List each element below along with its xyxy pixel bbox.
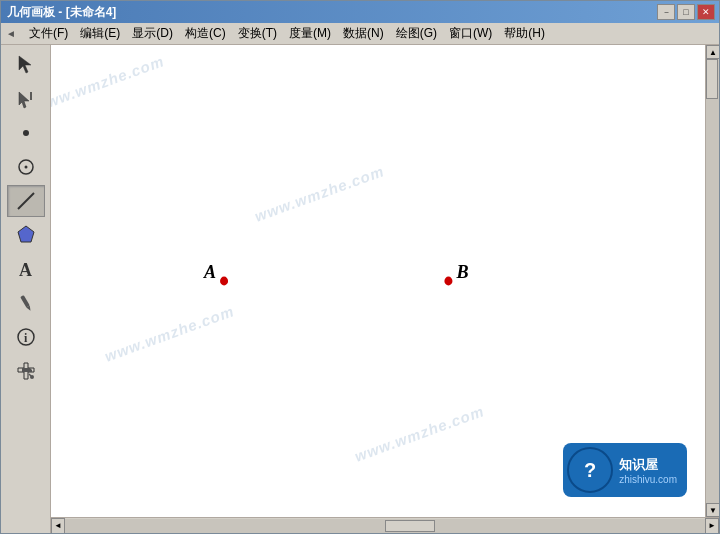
info-tool-button[interactable]: i xyxy=(7,321,45,353)
svg-line-6 xyxy=(18,193,34,209)
scroll-left-button[interactable]: ◄ xyxy=(51,518,65,534)
scroll-right-button[interactable]: ► xyxy=(705,518,719,534)
scroll-up-button[interactable]: ▲ xyxy=(706,45,719,59)
menu-window[interactable]: 窗口(W) xyxy=(443,23,498,44)
restore-button[interactable]: □ xyxy=(677,4,695,20)
minimize-button[interactable]: － xyxy=(657,4,675,20)
title-bar: 几何画板 - [未命名4] － □ ✕ xyxy=(1,1,719,23)
bottom-scrollbar: ◄ ► xyxy=(51,517,719,533)
svg-point-19 xyxy=(444,277,452,286)
scroll-thumb-bottom[interactable] xyxy=(385,520,435,532)
svg-text:A: A xyxy=(19,260,32,280)
toolbar: A i xyxy=(1,45,51,533)
marker-tool-button[interactable] xyxy=(7,287,45,319)
svg-marker-7 xyxy=(18,226,34,242)
text-tool-button[interactable]: A xyxy=(7,253,45,285)
pointer-icon xyxy=(15,54,37,76)
menu-transform[interactable]: 变换(T) xyxy=(232,23,283,44)
menu-help[interactable]: 帮助(H) xyxy=(498,23,551,44)
svg-text:B: B xyxy=(456,260,469,282)
svg-marker-0 xyxy=(19,56,31,73)
scroll-down-button[interactable]: ▼ xyxy=(706,503,719,517)
menu-display[interactable]: 显示(D) xyxy=(126,23,179,44)
point-tool-button[interactable] xyxy=(7,117,45,149)
svg-text:i: i xyxy=(24,331,28,345)
custom-tool-button[interactable] xyxy=(7,355,45,387)
info-icon: i xyxy=(15,326,37,348)
marker-icon xyxy=(15,292,37,314)
menu-edit[interactable]: 编辑(E) xyxy=(74,23,126,44)
right-scrollbar: ▲ ▼ xyxy=(705,45,719,517)
menu-measure[interactable]: 度量(M) xyxy=(283,23,337,44)
badge-icon: ? xyxy=(567,447,613,493)
compass-icon xyxy=(15,156,37,178)
line-icon xyxy=(15,190,37,212)
title-bar-controls: － □ ✕ xyxy=(657,4,715,20)
svg-point-3 xyxy=(23,130,29,136)
menu-data[interactable]: 数据(N) xyxy=(337,23,390,44)
close-button[interactable]: ✕ xyxy=(697,4,715,20)
scroll-track-right[interactable] xyxy=(706,59,719,503)
badge-container: ? 知识屋 zhishivu.com xyxy=(563,443,687,497)
svg-marker-1 xyxy=(19,92,29,108)
menu-back-icon[interactable]: ◄ xyxy=(3,26,19,42)
scroll-thumb-right[interactable] xyxy=(706,59,718,99)
compass-tool-button[interactable] xyxy=(7,151,45,183)
svg-point-5 xyxy=(24,166,27,169)
main-window: 几何画板 - [未命名4] － □ ✕ ◄ 文件(F) 编辑(E) 显示(D) … xyxy=(0,0,720,534)
svg-marker-14 xyxy=(18,368,32,372)
menubar: ◄ 文件(F) 编辑(E) 显示(D) 构造(C) 变换(T) 度量(M) 数据… xyxy=(1,23,719,45)
polygon-tool-button[interactable] xyxy=(7,219,45,251)
badge-title: 知识屋 xyxy=(619,456,677,474)
line-tool-button[interactable] xyxy=(7,185,45,217)
menu-graph[interactable]: 绘图(G) xyxy=(390,23,443,44)
window-title: 几何画板 - [未命名4] xyxy=(7,4,116,21)
pointer-tool-button[interactable] xyxy=(7,49,45,81)
svg-rect-9 xyxy=(20,295,29,307)
content-area: A i xyxy=(1,45,719,533)
svg-text:A: A xyxy=(203,260,216,282)
polygon-icon xyxy=(15,224,37,246)
svg-point-18 xyxy=(220,277,228,286)
svg-line-16 xyxy=(29,374,31,376)
move-icon xyxy=(15,88,37,110)
badge-subtitle: zhishivu.com xyxy=(619,474,677,485)
scroll-track-bottom[interactable] xyxy=(65,519,705,533)
menu-file[interactable]: 文件(F) xyxy=(23,23,74,44)
text-icon: A xyxy=(15,258,37,280)
move-tool-button[interactable] xyxy=(7,83,45,115)
canvas-wrapper: www.wmzhe.com www.wmzhe.com www.wmzhe.co… xyxy=(51,45,719,533)
custom-icon xyxy=(15,360,37,382)
menu-construct[interactable]: 构造(C) xyxy=(179,23,232,44)
point-icon xyxy=(15,122,37,144)
canvas-area[interactable]: www.wmzhe.com www.wmzhe.com www.wmzhe.co… xyxy=(51,45,705,517)
